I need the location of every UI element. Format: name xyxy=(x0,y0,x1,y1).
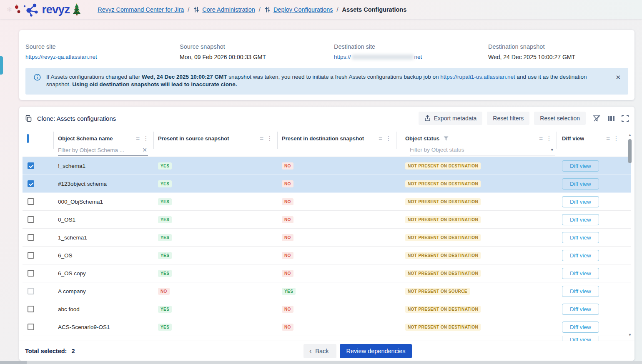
row-checkbox[interactable] xyxy=(28,288,34,294)
breadcrumb-deploy-configurations[interactable]: Deploy Configurations xyxy=(273,6,333,13)
row-checkbox[interactable] xyxy=(28,270,34,277)
column-present-in-source[interactable]: Present in source snapshot xyxy=(158,135,229,142)
drag-handle-icon[interactable]: = xyxy=(260,135,263,142)
column-diff-view[interactable]: Diff view xyxy=(562,135,584,142)
destination-site-label: Destination site xyxy=(334,43,488,50)
object-status-badge: NOT PRESENT ON DESTINATION xyxy=(405,162,481,170)
object-schema-name: 6_OS xyxy=(58,252,73,259)
table-footer: Total selected: 2 ‹ Back Review dependen… xyxy=(19,341,634,361)
christmas-tree-icon xyxy=(72,3,82,16)
diff-view-button[interactable]: Diff view xyxy=(562,160,599,172)
row-checkbox[interactable] xyxy=(28,198,34,205)
table-row[interactable]: 6_OS copy YES NO NOT PRESENT ON DESTINAT… xyxy=(23,264,631,282)
object-status-badge: NOT PRESENT ON DESTINATION xyxy=(405,324,481,331)
total-selected-label: Total selected: xyxy=(25,348,67,354)
destination-presence-badge: NO xyxy=(282,198,293,205)
destination-presence-badge: NO xyxy=(282,234,293,241)
scrollbar-thumb[interactable] xyxy=(628,139,632,163)
close-icon[interactable]: ✕ xyxy=(615,74,621,81)
row-checkbox[interactable] xyxy=(28,306,34,312)
table-row[interactable]: #123object schema YES NO NOT PRESENT ON … xyxy=(23,175,631,193)
row-checkbox[interactable] xyxy=(28,180,34,187)
source-presence-badge: YES xyxy=(158,216,172,223)
diff-view-button[interactable]: Diff view xyxy=(562,232,599,243)
destination-site-field: Destination site https://net xyxy=(334,43,488,60)
bauble-icon xyxy=(14,3,21,16)
row-checkbox[interactable] xyxy=(28,234,34,241)
table-row[interactable]: ACS-Scenario9-OS1 YES NO NOT PRESENT ON … xyxy=(23,318,631,336)
column-menu-icon[interactable]: ⋮ xyxy=(267,135,273,142)
column-object-status[interactable]: Object status xyxy=(405,135,439,142)
scrollbar-thumb[interactable] xyxy=(0,361,27,364)
diff-view-button[interactable]: Diff view xyxy=(562,322,599,333)
chevron-down-icon[interactable]: ▾ xyxy=(549,147,555,152)
source-site-label: Source site xyxy=(25,43,180,50)
row-checkbox[interactable] xyxy=(28,324,34,330)
page-horizontal-scrollbar[interactable] xyxy=(0,361,642,364)
back-button[interactable]: ‹ Back xyxy=(303,344,336,358)
molecule-icon xyxy=(22,2,40,17)
table-row[interactable]: 000_ObjSchema1 YES NO NOT PRESENT ON DES… xyxy=(23,193,631,211)
column-menu-icon[interactable]: ⋮ xyxy=(546,135,552,142)
table-row[interactable]: 6_OS YES NO NOT PRESENT ON DESTINATION D… xyxy=(23,247,631,264)
destination-presence-badge: NO xyxy=(282,270,293,277)
row-checkbox[interactable] xyxy=(28,252,34,259)
reset-filters-button[interactable]: Reset filters xyxy=(487,112,529,125)
diff-view-button[interactable]: Diff view xyxy=(562,304,599,315)
select-all-checkbox[interactable] xyxy=(27,134,29,143)
table-row[interactable]: !_schema1 YES NO NOT PRESENT ON DESTINAT… xyxy=(23,157,631,175)
column-menu-icon[interactable]: ⋮ xyxy=(143,135,149,142)
diff-view-button[interactable]: Diff view xyxy=(562,250,599,261)
side-drawer-tab[interactable] xyxy=(0,56,3,75)
drag-handle-icon[interactable]: = xyxy=(606,135,610,142)
object-status-badge: NOT PRESENT ON DESTINATION xyxy=(405,234,481,241)
table-row[interactable]: 0_OS1 YES NO NOT PRESENT ON DESTINATION … xyxy=(23,211,631,229)
table-row[interactable]: A company NO YES NOT PRESENT ON SOURCE D… xyxy=(23,282,631,300)
column-present-in-destination[interactable]: Present in destination snapshot xyxy=(282,135,364,142)
review-dependencies-button[interactable]: Review dependencies xyxy=(340,344,412,358)
revyz-logo[interactable]: ❄ revyz xyxy=(7,2,82,17)
table-row[interactable]: abc food YES NO NOT PRESENT ON DESTINATI… xyxy=(23,300,631,318)
fullscreen-icon[interactable] xyxy=(622,115,629,122)
object-schema-name: 6_OS copy xyxy=(58,270,86,277)
object-schema-name: abc food xyxy=(58,306,80,312)
row-checkbox[interactable] xyxy=(28,216,34,223)
breadcrumb-command-center[interactable]: Revyz Command Center for Jira xyxy=(98,6,184,13)
breadcrumb-core-administration[interactable]: Core Administration xyxy=(202,6,255,13)
column-menu-icon[interactable]: ⋮ xyxy=(386,135,391,142)
clear-filters-icon[interactable] xyxy=(592,114,601,122)
drag-handle-icon[interactable]: = xyxy=(136,135,140,142)
destination-backup-link[interactable]: https://rupali1-us.atlassian.net xyxy=(440,74,515,80)
diff-view-button[interactable]: Diff view xyxy=(562,214,599,225)
diff-view-button[interactable]: Diff view xyxy=(562,286,599,297)
scroll-up-icon[interactable]: ▲ xyxy=(627,132,632,137)
reset-selection-button[interactable]: Reset selection xyxy=(534,112,586,125)
clear-filter-icon[interactable]: ✕ xyxy=(141,147,148,153)
scroll-down-icon[interactable]: ▼ xyxy=(627,332,632,337)
column-object-schema-name[interactable]: Object Schema name xyxy=(58,135,113,142)
destination-presence-badge: NO xyxy=(282,216,293,223)
drag-handle-icon[interactable]: = xyxy=(539,135,543,142)
diff-view-button[interactable]: Diff view xyxy=(562,268,599,279)
diff-view-button[interactable]: Diff view xyxy=(562,178,599,189)
snowflake-icon: ❄ xyxy=(7,6,12,13)
logo-wordmark: revyz xyxy=(42,4,70,15)
table-vertical-scrollbar[interactable]: ▲ ▼ xyxy=(627,132,632,337)
top-navbar: ❄ revyz xyxy=(0,0,642,19)
column-menu-icon[interactable]: ⋮ xyxy=(613,135,619,142)
source-presence-badge: YES xyxy=(158,162,172,170)
table-header: Object Schema name = ⋮ ✕ Present in sour… xyxy=(23,130,631,157)
destination-site-link[interactable]: https://net xyxy=(334,54,422,60)
source-presence-badge: NO xyxy=(158,288,170,295)
export-metadata-button[interactable]: Export metadata xyxy=(419,112,483,125)
schema-filter-input[interactable] xyxy=(58,147,141,153)
columns-icon[interactable] xyxy=(607,115,615,122)
destination-presence-badge: NO xyxy=(282,162,293,170)
status-filter-select[interactable] xyxy=(410,147,549,153)
object-status-badge: NOT PRESENT ON SOURCE xyxy=(405,288,470,295)
diff-view-button[interactable]: Diff view xyxy=(562,196,599,207)
table-row[interactable]: 1_schema1 YES NO NOT PRESENT ON DESTINAT… xyxy=(23,229,631,247)
row-checkbox[interactable] xyxy=(28,162,34,169)
source-site-link[interactable]: https://revyz-qa.atlassian.net xyxy=(25,54,97,60)
drag-handle-icon[interactable]: = xyxy=(379,135,382,142)
